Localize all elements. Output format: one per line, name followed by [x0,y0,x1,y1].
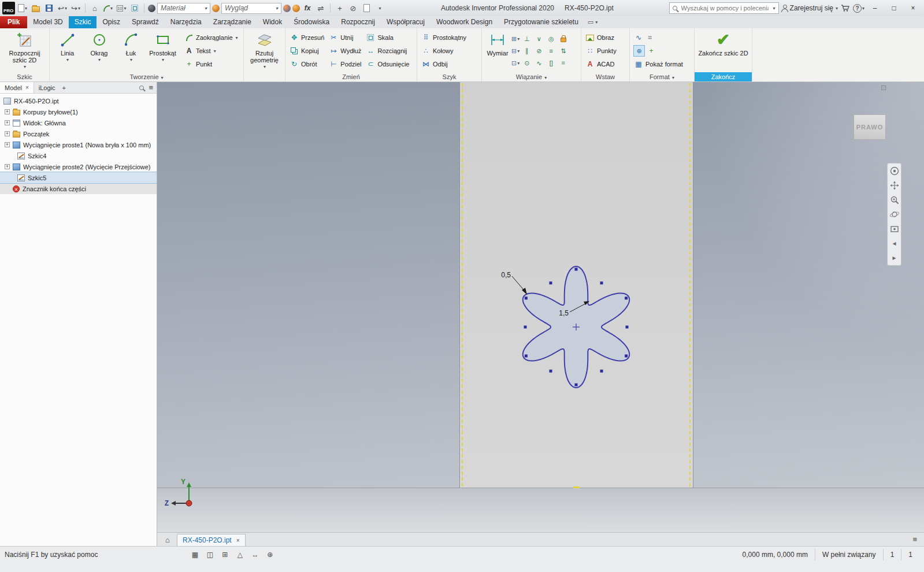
clear-overrides-icon[interactable] [292,5,300,12]
perpendicular-constraint-button[interactable]: ⊥ [521,33,533,45]
group-label-zmien[interactable]: Zmień [285,72,417,81]
move-button[interactable]: ✥Przesuń [287,31,326,44]
previous-view-icon[interactable]: ◂ [889,238,900,248]
delete-constraints-button[interactable]: ⊡▾ [511,57,519,69]
expand-icon[interactable]: + [5,131,10,136]
sketch-plane-face[interactable] [459,82,693,488]
parameters-fx-button[interactable]: fx [302,2,313,14]
open-file-button[interactable] [30,2,42,14]
horizontal-constraint-button[interactable]: [] [545,57,557,69]
document-tab-menu-icon[interactable]: ≡ [912,535,917,544]
close-button[interactable]: × [904,2,922,14]
tab-model-3d[interactable]: Model 3D [27,16,68,28]
navigation-wheel-icon[interactable] [889,166,900,176]
tab-sprawdz[interactable]: Sprawdź [126,16,165,28]
browser-search-icon[interactable] [139,86,144,90]
dynamic-input-icon[interactable]: ↔ [249,549,261,560]
group-label-tworzenie[interactable]: Tworzenie ▾ [50,72,243,81]
tab-przygotowanie-szkieletu[interactable]: Przygotowanie szkieletu [498,16,584,28]
vertical-constraint-button[interactable]: ⇅ [557,45,569,57]
finish-sketch-button[interactable]: ✔ Zakończ szkic 2D [697,29,750,72]
tab-plik[interactable]: Plik [0,16,27,28]
minimize-button[interactable]: – [866,2,884,14]
help-button[interactable]: ?▾ [853,2,864,14]
acad-button[interactable]: AACAD [583,58,619,71]
qat-overflow-button[interactable]: ▾ [374,2,385,14]
group-label-szkic[interactable]: Szkic [0,72,49,81]
rectangle-button[interactable]: Prostokąt▾ [147,29,179,72]
point-button[interactable]: +Punkt [182,58,240,71]
return-button[interactable]: ▾ [102,2,114,14]
expand-icon[interactable]: + [5,109,10,114]
stretch-button[interactable]: ↔Rozciągnij [363,44,411,58]
line-button[interactable]: Linia▾ [51,29,83,72]
mirror-button[interactable]: ⋈Odbij [419,58,469,71]
expand-icon[interactable]: + [5,142,10,147]
constraint-settings-button[interactable]: ⊟▾ [511,45,519,57]
new-sheet-button[interactable] [361,2,372,14]
precise-input-icon[interactable]: ⊕ [264,549,276,560]
save-button[interactable] [43,2,55,14]
pan-icon[interactable] [889,180,900,191]
group-label-format[interactable]: Format ▾ [630,72,694,81]
help-search-box[interactable]: ▾ [669,2,779,14]
tab-woodwork-design[interactable]: Woodwork Design [431,16,498,28]
search-input[interactable] [680,4,770,12]
material-dropdown[interactable]: Materiał▾ [157,3,210,14]
expand-icon[interactable]: + [5,120,10,125]
tree-item-end-of-part[interactable]: Znacznik końca części [0,183,157,194]
copy-button[interactable]: Kopiuj [287,44,326,58]
tree-item-sketch5[interactable]: Szkic5 [0,172,157,183]
close-panel-icon[interactable]: × [25,84,29,91]
image-button[interactable]: Obraz [583,31,619,44]
group-label-szyk[interactable]: Szyk [417,72,481,81]
browser-tab-model[interactable]: Model × [0,82,34,93]
degrees-of-freedom-icon[interactable]: ⊞ [219,549,231,560]
tab-narzedzia[interactable]: Narzędzia [165,16,207,28]
parallel-constraint-button[interactable]: ∥ [521,45,533,57]
measure-button[interactable]: 10▾ [116,2,127,14]
split-button[interactable]: ⊢Podziel [326,58,363,71]
add-button[interactable]: + [334,2,346,14]
adjust-ball-icon[interactable] [283,5,291,12]
start-2d-sketch-button[interactable]: Rozpocznij szkic 2D ▾ [2,29,47,72]
add-browser-tab-icon[interactable]: + [62,84,66,91]
grid-snap-icon[interactable]: ▦ [189,549,201,560]
orbit-icon[interactable] [889,209,900,220]
show-constraints-button[interactable]: ⊞▾ [511,33,519,45]
tab-opisz[interactable]: Opisz [97,16,126,28]
spline-format-icon[interactable]: ∿ [634,33,643,42]
close-document-icon[interactable]: × [236,537,240,544]
centerpoint-toggle-icon[interactable]: ⊕ [634,46,644,56]
fillet-button[interactable]: Zaokrąglanie▾ [182,31,240,44]
arc-button[interactable]: Łuk▾ [115,29,147,72]
tree-item-view-main[interactable]: + Widok: Główna [0,117,157,128]
tree-item-sketch4[interactable]: Szkic4 [0,150,157,161]
scale-button[interactable]: Skala [363,31,411,44]
3d-viewport[interactable]: 0,5 1,5 Y Z [157,82,924,532]
symmetric-constraint-button[interactable]: ∿ [533,57,545,69]
smooth-constraint-button[interactable]: ⊙ [521,57,533,69]
zoom-icon[interactable] [889,195,900,205]
tab-wspolpracuj[interactable]: Współpracuj [381,16,431,28]
collinear-constraint-button[interactable]: ≡ [545,45,557,57]
expand-icon[interactable]: + [5,164,10,169]
tree-item-root[interactable]: RX-450-P2O.ipt [0,95,157,106]
coincident-constraint-button[interactable]: ∨ [533,33,545,45]
text-button[interactable]: ATekst▾ [182,44,240,58]
tree-item-solid-bodies[interactable]: + Korpusy bryłowe(1) [0,106,157,117]
inventor-logo[interactable]: PRO [2,2,15,14]
home-tab-button[interactable]: ⌂ [161,534,175,546]
rectangular-pattern-button[interactable]: ⠿Prostokątny [419,31,469,44]
extend-button[interactable]: ↦Wydłuż [326,44,363,58]
constraint-visibility-icon[interactable]: ◫ [204,549,216,560]
points-button[interactable]: ∷Punkty [583,44,619,58]
group-label-wstaw[interactable]: Wstaw [581,72,629,81]
appearance-dropdown[interactable]: Wygląd▾ [221,3,281,14]
tree-item-origin[interactable]: + Początek [0,128,157,139]
canvas-options-icon[interactable]: ⊡ [881,84,886,92]
maximize-button[interactable]: □ [885,2,903,14]
no-render-button[interactable]: ⊘ [347,2,359,14]
tangent-constraint-button[interactable]: ⊘ [533,45,545,57]
sign-in-label[interactable]: Zarejestruj się [790,4,833,12]
